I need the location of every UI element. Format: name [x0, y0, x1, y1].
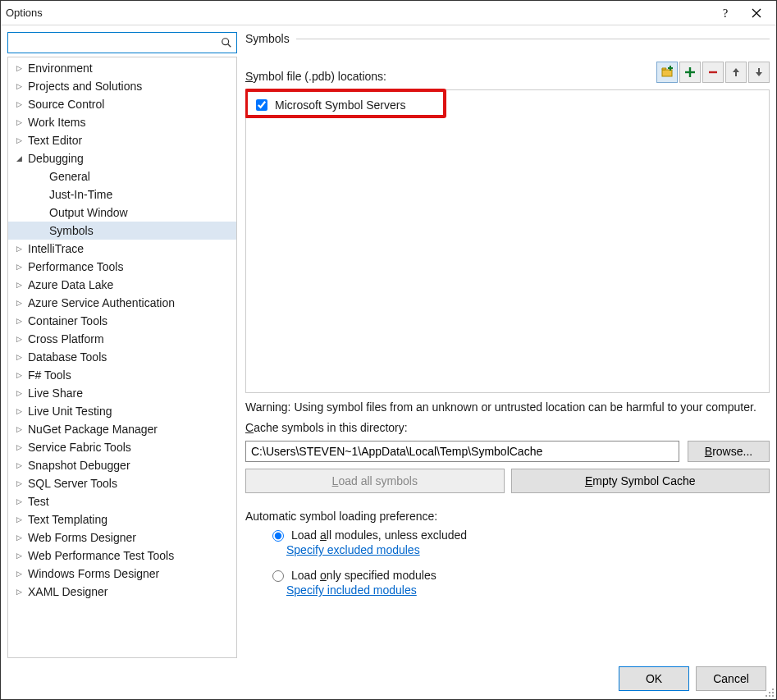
tree-item-label: Container Tools [25, 314, 107, 327]
symbol-locations-label: Symbol file (.pdb) locations: [245, 70, 386, 83]
symbol-locations-list[interactable]: Microsoft Symbol Servers [245, 89, 770, 393]
tree-item-debugging[interactable]: ◢Debugging [8, 149, 236, 167]
specify-included-link[interactable]: Specify included modules [286, 583, 417, 597]
tree-item-just-in-time[interactable]: ▷Just-In-Time [8, 185, 236, 204]
svg-point-15 [769, 695, 770, 697]
tree-item-web-performance-test-tools[interactable]: ▷Web Performance Test Tools [8, 547, 236, 565]
tree-item-container-tools[interactable]: ▷Container Tools [8, 312, 236, 330]
tree-item-label: XAML Designer [25, 585, 108, 598]
cache-dir-input[interactable] [245, 441, 679, 462]
tree-item-label: Cross Platform [25, 332, 104, 345]
tree-item-label: F# Tools [25, 368, 71, 382]
chevron-right-icon: ▷ [13, 533, 25, 542]
tree-item-web-forms-designer[interactable]: ▷Web Forms Designer [8, 528, 236, 547]
chevron-right-icon: ▷ [13, 245, 25, 253]
chevron-right-icon: ▷ [13, 443, 25, 451]
tree-item-text-editor[interactable]: ▷Text Editor [8, 131, 236, 149]
tree-item-projects-and-solutions[interactable]: ▷Projects and Solutions [8, 77, 236, 95]
tree-item-output-window[interactable]: ▷Output Window [8, 204, 236, 222]
empty-symbol-cache-button[interactable]: Empty Symbol Cache [511, 469, 770, 493]
tree-item-source-control[interactable]: ▷Source Control [8, 95, 236, 113]
left-pane: ▷Environment▷Projects and Solutions▷Sour… [7, 32, 237, 658]
specify-excluded-link[interactable]: Specify excluded modules [286, 543, 420, 556]
add-button[interactable] [679, 62, 701, 83]
window-title: Options [6, 7, 712, 19]
tree-item-label: Web Performance Test Tools [25, 549, 174, 562]
svg-point-13 [772, 692, 774, 693]
tree-item-xaml-designer[interactable]: ▷XAML Designer [8, 583, 236, 601]
tree-item-service-fabric-tools[interactable]: ▷Service Fabric Tools [8, 438, 236, 456]
tree-item-database-tools[interactable]: ▷Database Tools [8, 348, 236, 366]
tree-item-environment[interactable]: ▷Environment [8, 59, 236, 77]
tree-item-performance-tools[interactable]: ▷Performance Tools [8, 258, 236, 276]
browse-button[interactable]: Browse... [688, 441, 770, 462]
tree-item-label: Azure Service Authentication [25, 296, 175, 309]
tree-item-test[interactable]: ▷Test [8, 492, 236, 510]
svg-point-12 [769, 692, 770, 693]
load-all-modules-radio[interactable] [272, 530, 284, 542]
tree-item-work-items[interactable]: ▷Work Items [8, 113, 236, 131]
ok-button[interactable]: OK [619, 666, 689, 691]
remove-button[interactable] [702, 62, 724, 83]
tree-item-label: Snapshot Debugger [25, 459, 130, 472]
tree-item-cross-platform[interactable]: ▷Cross Platform [8, 330, 236, 348]
chevron-right-icon: ▷ [13, 389, 25, 397]
tree-item-label: Debugging [25, 152, 84, 165]
svg-point-14 [766, 695, 767, 697]
titlebar: Options ? [1, 1, 776, 25]
right-pane: Symbols Symbol file (.pdb) locations: [245, 32, 770, 658]
tree-item-azure-data-lake[interactable]: ▷Azure Data Lake [8, 276, 236, 294]
options-tree[interactable]: ▷Environment▷Projects and Solutions▷Sour… [7, 57, 237, 658]
tree-item-label: Source Control [25, 98, 104, 111]
close-button[interactable] [742, 3, 771, 23]
tree-item-intellitrace[interactable]: ▷IntelliTrace [8, 240, 236, 258]
move-down-button[interactable] [748, 62, 770, 83]
tree-item-general[interactable]: ▷General [8, 167, 236, 185]
tree-item-label: Projects and Solutions [25, 80, 142, 93]
svg-line-4 [228, 44, 231, 48]
chevron-right-icon: ▷ [13, 407, 25, 415]
tree-item-label: Azure Data Lake [25, 278, 113, 291]
tree-item-label: Just-In-Time [46, 188, 112, 201]
dialog-footer: OK Cancel [1, 658, 776, 699]
svg-rect-5 [662, 70, 672, 76]
tree-item-label: Database Tools [25, 350, 107, 364]
tree-item-label: Work Items [25, 116, 86, 129]
tree-item-label: Test [25, 495, 49, 508]
tree-item-text-templating[interactable]: ▷Text Templating [8, 510, 236, 528]
tree-item-label: Live Unit Testing [25, 405, 112, 418]
move-up-button[interactable] [725, 62, 747, 83]
cancel-button[interactable]: Cancel [696, 666, 766, 691]
chevron-right-icon: ▷ [13, 118, 25, 126]
chevron-right-icon: ▷ [13, 353, 25, 361]
tree-item-nuget-package-manager[interactable]: ▷NuGet Package Manager [8, 420, 236, 438]
tree-item-azure-service-authentication[interactable]: ▷Azure Service Authentication [8, 294, 236, 312]
add-folder-button[interactable] [656, 62, 678, 83]
tree-item-live-unit-testing[interactable]: ▷Live Unit Testing [8, 402, 236, 420]
tree-item-label: IntelliTrace [25, 242, 84, 255]
load-all-symbols-button[interactable]: Load all symbols [245, 469, 505, 493]
load-only-specified-radio[interactable] [272, 570, 284, 582]
chevron-right-icon: ▷ [13, 479, 25, 487]
warning-text: Warning: Using symbol files from an unkn… [245, 400, 770, 414]
tree-item-label: Live Share [25, 387, 83, 400]
highlight-annotation [245, 89, 446, 118]
tree-item-label: General [46, 170, 90, 183]
tree-item-windows-forms-designer[interactable]: ▷Windows Forms Designer [8, 565, 236, 583]
tree-item-live-share[interactable]: ▷Live Share [8, 384, 236, 402]
tree-item-snapshot-debugger[interactable]: ▷Snapshot Debugger [8, 456, 236, 474]
tree-item-symbols[interactable]: ▷Symbols [8, 222, 236, 240]
chevron-right-icon: ▷ [13, 551, 25, 560]
tree-item-label: NuGet Package Manager [25, 423, 158, 436]
chevron-right-icon: ▷ [13, 100, 25, 108]
resize-grip-icon[interactable] [765, 688, 775, 698]
tree-item-label: Text Editor [25, 134, 82, 147]
help-button[interactable]: ? [712, 3, 742, 23]
search-input[interactable] [7, 32, 237, 53]
chevron-right-icon: ▷ [13, 371, 25, 379]
tree-item-label: Environment [25, 62, 93, 75]
tree-item-sql-server-tools[interactable]: ▷SQL Server Tools [8, 474, 236, 492]
chevron-right-icon: ▷ [13, 335, 25, 343]
tree-item-label: SQL Server Tools [25, 477, 117, 490]
tree-item-f-tools[interactable]: ▷F# Tools [8, 366, 236, 384]
